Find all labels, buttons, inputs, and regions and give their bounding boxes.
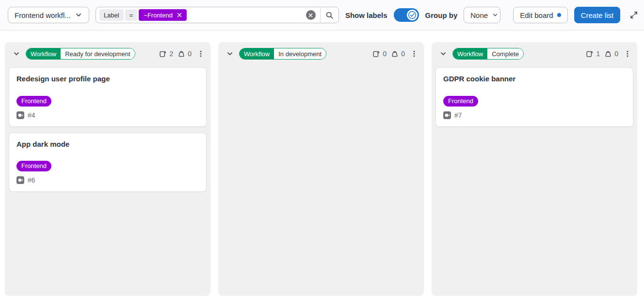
issue-card-labels: Frontend (16, 96, 199, 107)
list-scoped-label[interactable]: Workflow In development (239, 48, 326, 60)
list-cards: GDPR cookie banner Frontend #7 (432, 65, 637, 131)
chevron-down-icon (226, 50, 234, 58)
list-actions-button[interactable] (196, 49, 206, 59)
scoped-label-value: In development (274, 48, 326, 59)
issue-card-footer: #6 (16, 176, 199, 184)
create-list-button[interactable]: Create list (574, 7, 621, 23)
project-avatar-icon (443, 111, 451, 119)
list-scoped-label[interactable]: Workflow Complete (452, 48, 524, 60)
chevron-down-icon (439, 50, 447, 58)
list-issue-count: 0 (383, 50, 386, 58)
group-by-dropdown[interactable]: None (464, 7, 500, 23)
issue-card[interactable]: Redesign user profile page Frontend #4 (9, 67, 207, 127)
issue-card-title[interactable]: GDPR cookie banner (443, 74, 626, 84)
filter-token-field[interactable]: Label (99, 9, 124, 21)
issue-reference: #7 (454, 111, 462, 119)
list-counters: 0 0 (372, 50, 405, 58)
issue-reference: #6 (28, 176, 35, 184)
list-issue-count: 2 (169, 50, 173, 58)
issue-reference: #4 (28, 111, 35, 119)
weight-icon (177, 50, 185, 58)
board: Workflow Ready for development 2 0 Redes… (0, 31, 644, 296)
scoped-label-key: Workflow (240, 48, 274, 59)
expand-arrows-icon (629, 11, 638, 19)
weight-icon (604, 50, 612, 58)
list-cards (218, 65, 424, 71)
group-by-value: None (470, 11, 488, 19)
list-actions-button[interactable] (409, 49, 419, 59)
list-counters: 1 0 (586, 50, 618, 58)
filter-input[interactable] (188, 7, 306, 23)
project-avatar-icon (16, 111, 24, 119)
create-list-label: Create list (581, 11, 614, 19)
board-list-header: Workflow Ready for development 2 0 (5, 42, 210, 65)
filter-clear-button[interactable] (306, 10, 316, 20)
search-icon (325, 11, 334, 19)
collapse-list-button[interactable] (438, 49, 448, 59)
filter-token-value[interactable]: ~Frontend (139, 9, 187, 21)
scoped-label-value: Complete (487, 48, 523, 59)
issue-card[interactable]: GDPR cookie banner Frontend #7 (435, 67, 633, 127)
board-list-header: Workflow Complete 1 0 (432, 42, 637, 65)
list-scoped-label[interactable]: Workflow Ready for development (26, 48, 135, 60)
filter-bar[interactable]: Label = ~Frontend (96, 7, 339, 23)
filter-token-value-label: ~Frontend (144, 12, 173, 19)
issue-label[interactable]: Frontend (443, 96, 478, 107)
issue-card-labels: Frontend (16, 161, 199, 171)
scoped-label-key: Workflow (453, 48, 487, 59)
issue-card-title[interactable]: Redesign user profile page (16, 74, 199, 84)
board-list: Workflow Ready for development 2 0 Redes… (5, 42, 210, 296)
issue-card-labels: Frontend (443, 96, 626, 107)
close-circle-icon (308, 13, 313, 18)
board-list: Workflow Complete 1 0 GDPR cookie banner… (432, 42, 637, 296)
show-labels-label: Show labels (345, 11, 387, 19)
issue-card-title[interactable]: App dark mode (16, 139, 199, 149)
list-counters: 2 0 (159, 50, 192, 58)
ellipsis-vertical-icon (197, 50, 205, 58)
chevron-down-icon (13, 50, 20, 58)
check-circle-icon (408, 11, 417, 19)
weight-icon (391, 50, 399, 58)
issue-card[interactable]: App dark mode Frontend #6 (9, 133, 207, 192)
issues-icon (372, 50, 380, 58)
scoped-label-key: Workflow (26, 48, 61, 59)
collapse-list-button[interactable] (12, 49, 21, 59)
edit-board-label: Edit board (520, 11, 553, 19)
list-weight-count: 0 (188, 50, 192, 58)
chevron-down-icon (75, 11, 82, 19)
dot-icon (557, 13, 561, 17)
list-actions-button[interactable] (623, 49, 632, 59)
group-by-label: Group by (425, 11, 458, 19)
edit-board-button[interactable]: Edit board (513, 7, 567, 23)
project-avatar-icon (16, 176, 24, 184)
search-button[interactable] (320, 7, 338, 23)
filter-token-operator[interactable]: = (125, 9, 138, 21)
issues-icon (159, 50, 167, 58)
scoped-label-value: Ready for development (61, 48, 134, 59)
issue-card-footer: #4 (16, 111, 199, 119)
board-list: Workflow In development 0 0 (218, 42, 424, 296)
toggle-knob (407, 10, 418, 20)
list-weight-count: 0 (401, 50, 405, 58)
fullscreen-button[interactable] (628, 9, 640, 21)
ellipsis-vertical-icon (624, 50, 631, 58)
board-switcher-label: Frontend workfl... (15, 11, 71, 19)
board-list-header: Workflow In development 0 0 (218, 42, 424, 65)
issue-label[interactable]: Frontend (16, 161, 51, 171)
board-toolbar: Frontend workfl... Label = ~Frontend (0, 0, 644, 31)
close-icon[interactable] (176, 12, 183, 18)
issues-icon (586, 50, 594, 58)
chevron-down-icon (492, 12, 499, 18)
board-switcher-dropdown[interactable]: Frontend workfl... (8, 7, 89, 23)
collapse-list-button[interactable] (225, 49, 235, 59)
list-cards: Redesign user profile page Frontend #4 A… (5, 65, 210, 196)
filter-token: Label = ~Frontend (99, 9, 188, 21)
issue-card-footer: #7 (443, 111, 626, 119)
list-issue-count: 1 (596, 50, 600, 58)
ellipsis-vertical-icon (410, 50, 418, 58)
list-weight-count: 0 (614, 50, 618, 58)
issue-label[interactable]: Frontend (16, 96, 51, 107)
show-labels-toggle[interactable] (394, 8, 419, 22)
